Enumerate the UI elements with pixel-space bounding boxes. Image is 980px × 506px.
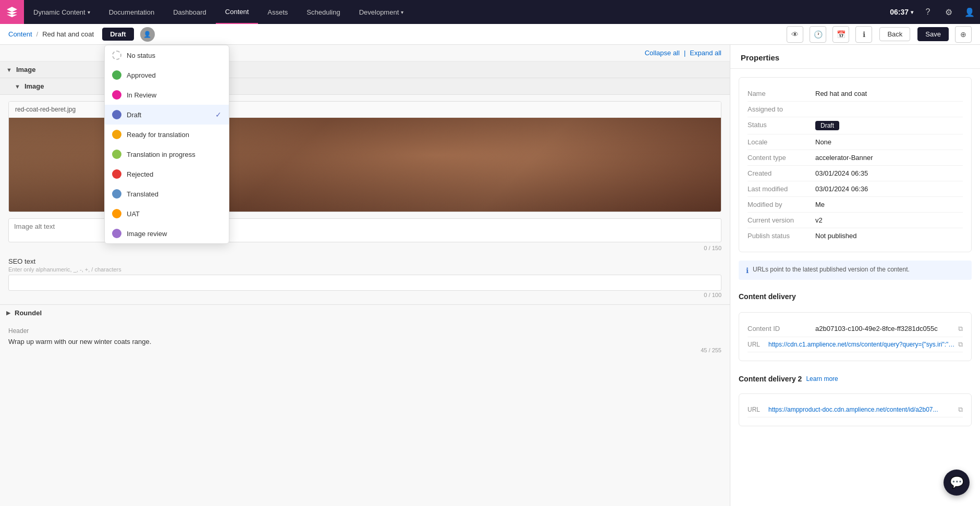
nav-item-development[interactable]: Development — [350, 0, 413, 24]
content-id-row: Content ID a2b07103-c100-49e2-8fce-ff328… — [748, 321, 963, 337]
prop-val-last-modified: 03/01/2024 06:36 — [815, 185, 963, 193]
prop-val-modified-by: Me — [815, 201, 963, 208]
rejected-dot — [112, 169, 121, 179]
prop-val-version: v2 — [815, 216, 963, 224]
url-label-2: URL — [748, 406, 768, 413]
seo-hint: Enter only alphanumeric, _, -, +, / char… — [8, 266, 721, 273]
dd-item-ready[interactable]: Ready for translation — [105, 125, 229, 144]
draft-status-button[interactable]: Draft — [102, 28, 133, 41]
prop-row-publish-status: Publish status Not published — [748, 228, 963, 243]
seo-section: SEO text Enter only alphanumeric, _, -, … — [0, 257, 730, 304]
dd-label-uat: UAT — [127, 210, 140, 218]
preview-icon[interactable]: 👁 — [787, 26, 803, 43]
prop-row-last-modified: Last modified 03/01/2024 06:36 — [748, 181, 963, 197]
dd-item-in-progress[interactable]: Translation in progress — [105, 144, 229, 164]
status-badge: Draft — [815, 121, 839, 130]
prop-key-created: Created — [748, 169, 815, 177]
header-label: Header — [8, 327, 721, 335]
info-banner: ℹ URLs point to the latest published ver… — [739, 261, 972, 280]
dd-label-img-review: Image review — [127, 230, 167, 238]
img-review-dot — [112, 229, 121, 238]
collapse-all-btn[interactable]: Collapse all — [645, 49, 680, 57]
properties-title: Properties — [730, 45, 980, 69]
copy-url-2-icon[interactable]: ⧉ — [958, 405, 963, 414]
chat-bubble[interactable]: 💬 — [944, 470, 970, 496]
nav-item-scheduling[interactable]: Scheduling — [297, 0, 349, 24]
seo-counter: 0 / 100 — [8, 292, 721, 298]
help-icon[interactable]: ? — [917, 0, 938, 24]
url-val-1[interactable]: https://cdn.c1.amplience.net/cms/content… — [768, 341, 955, 348]
nav-item-documentation[interactable]: Documentation — [100, 0, 164, 24]
prop-val-name: Red hat and coat — [815, 90, 963, 97]
info-icon-btn[interactable]: ℹ — [855, 26, 872, 43]
dd-item-translated[interactable]: Translated — [105, 184, 229, 204]
nav-item-dynamic-content[interactable]: Dynamic Content — [24, 0, 100, 24]
url-label-1: URL — [748, 341, 768, 348]
seo-label: SEO text — [8, 257, 721, 265]
url-row-2: URL https://ampproduct-doc.cdn.amplience… — [748, 402, 963, 417]
dd-label-draft: Draft — [127, 111, 141, 119]
avatar: 👤 — [140, 27, 155, 42]
in-progress-dot — [112, 150, 121, 159]
logo-icon — [6, 6, 18, 18]
translated-dot — [112, 189, 121, 199]
expand-all-btn[interactable]: Expand all — [690, 49, 721, 57]
dd-item-rejected[interactable]: Rejected — [105, 164, 229, 184]
prop-key-name: Name — [748, 90, 815, 97]
breadcrumb-root[interactable]: Content — [8, 30, 32, 38]
content-delivery-heading: Content delivery — [730, 286, 980, 304]
prop-row-locale: Locale None — [748, 134, 963, 150]
nav-clock[interactable]: 06:37 — [886, 8, 917, 16]
app-logo[interactable] — [0, 0, 24, 24]
settings-icon[interactable]: ⚙ — [938, 0, 959, 24]
dd-item-approved[interactable]: Approved — [105, 65, 229, 85]
prop-key-content-type: Content type — [748, 154, 815, 162]
nav-item-content[interactable]: Content — [216, 0, 259, 24]
prop-val-content-type: accelerator-Banner — [815, 154, 963, 162]
prop-row-version: Current version v2 — [748, 213, 963, 228]
main-layout: Collapse all | Expand all ▼ Image ▼ Imag… — [0, 45, 980, 506]
check-icon: ✓ — [215, 110, 222, 119]
nav-item-assets[interactable]: Assets — [258, 0, 297, 24]
calendar-icon[interactable]: 📅 — [832, 26, 849, 43]
prop-key-content-id: Content ID — [748, 325, 815, 332]
nav-item-dashboard[interactable]: Dashboard — [164, 0, 216, 24]
more-options-icon[interactable]: ⊕ — [955, 26, 972, 43]
prop-val-publish-status: Not published — [815, 232, 963, 240]
info-banner-text: URLs point to the latest published versi… — [753, 266, 910, 273]
dd-item-draft[interactable]: Draft ✓ — [105, 105, 229, 125]
url-val-2[interactable]: https://ampproduct-doc.cdn.amplience.net… — [768, 406, 955, 413]
prop-row-modified-by: Modified by Me — [748, 197, 963, 213]
prop-val-content-id: a2b07103-c100-49e2-8fce-ff3281dc055c — [815, 325, 955, 332]
history-icon[interactable]: 🕐 — [810, 26, 826, 43]
back-button[interactable]: Back — [879, 27, 910, 41]
dd-label-translated: Translated — [127, 190, 158, 198]
draft-dot — [112, 110, 121, 119]
prop-val-locale: None — [815, 138, 963, 146]
info-circle-icon: ℹ — [746, 266, 749, 275]
dd-label-rejected: Rejected — [127, 170, 153, 178]
dd-label-approved: Approved — [127, 71, 156, 79]
dd-item-img-review[interactable]: Image review — [105, 224, 229, 243]
user-icon[interactable]: 👤 — [959, 0, 980, 24]
prop-row-content-type: Content type accelerator-Banner — [748, 150, 963, 166]
prop-key-modified-by: Modified by — [748, 201, 815, 208]
properties-panel: Properties Name Red hat and coat Assigne… — [730, 45, 980, 506]
no-status-dot — [112, 51, 121, 60]
save-button[interactable]: Save — [917, 27, 949, 41]
seo-text-input[interactable] — [8, 275, 721, 291]
header-text: Wrap up warm with our new winter coats r… — [8, 337, 721, 347]
learn-more-link[interactable]: Learn more — [806, 375, 838, 382]
copy-content-id-icon[interactable]: ⧉ — [958, 325, 963, 333]
dd-item-no-status[interactable]: No status — [105, 45, 229, 65]
header-counter: 45 / 255 — [8, 347, 721, 353]
dd-label-in-review: In Review — [127, 91, 156, 99]
dd-item-in-review[interactable]: In Review — [105, 85, 229, 105]
properties-card: Name Red hat and coat Assigned to Status… — [739, 77, 972, 252]
section-roundel[interactable]: ▶ Roundel — [0, 304, 730, 321]
url-row-1: URL https://cdn.c1.amplience.net/cms/con… — [748, 337, 963, 352]
alt-text-counter: 0 / 150 — [8, 245, 721, 251]
dd-item-uat[interactable]: UAT — [105, 204, 229, 224]
breadcrumb-current: Red hat and coat — [42, 30, 94, 38]
copy-url-1-icon[interactable]: ⧉ — [958, 340, 963, 349]
